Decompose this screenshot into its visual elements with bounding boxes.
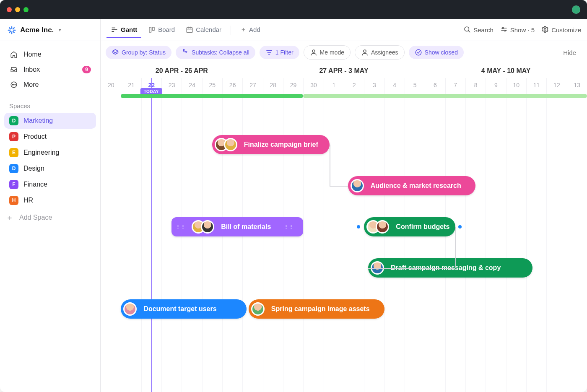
show-closed-chip[interactable]: Show closed xyxy=(409,46,464,59)
day-cell[interactable]: 29 xyxy=(283,78,303,92)
day-cell[interactable]: 25 xyxy=(202,78,222,92)
space-item-engineering[interactable]: EEngineering xyxy=(4,145,96,161)
account-avatar[interactable] xyxy=(572,5,580,14)
chip-label: 1 Filter xyxy=(275,49,294,56)
me-mode-chip[interactable]: Me mode xyxy=(304,45,351,60)
avatar[interactable] xyxy=(376,220,389,234)
avatar[interactable] xyxy=(201,220,214,234)
day-cell[interactable]: 6 xyxy=(425,78,445,92)
tab-calendar[interactable]: Calendar xyxy=(182,23,226,38)
svg-point-11 xyxy=(15,84,16,85)
svg-point-36 xyxy=(416,49,421,55)
svg-point-30 xyxy=(186,51,187,52)
day-cell[interactable]: 12 xyxy=(546,78,566,92)
separator xyxy=(231,26,231,35)
grid-column xyxy=(465,92,486,392)
grid-column xyxy=(121,92,141,392)
add-space-button[interactable]: ＋ Add Space xyxy=(0,208,100,227)
tab-gantt[interactable]: Gantt xyxy=(106,23,141,38)
day-cell[interactable]: 27 xyxy=(242,78,262,92)
avatar[interactable] xyxy=(351,179,364,192)
space-label: Marketing xyxy=(23,117,53,125)
drag-handle-icon[interactable]: ⋮⋮ xyxy=(174,224,187,230)
space-item-hr[interactable]: HHR xyxy=(4,192,96,208)
task-label: Confirm budgets xyxy=(393,223,449,231)
avatar[interactable] xyxy=(224,138,237,151)
chip-label: Assignees xyxy=(371,49,398,56)
day-cell[interactable]: 13 xyxy=(567,78,587,92)
day-cell[interactable]: 24 xyxy=(182,78,202,92)
space-item-design[interactable]: DDesign xyxy=(4,161,96,177)
layers-icon xyxy=(112,49,119,56)
nav-home[interactable]: Home xyxy=(4,47,96,62)
day-cell[interactable]: 26 xyxy=(222,78,242,92)
tab-board[interactable]: Board xyxy=(144,23,179,38)
gantt-task[interactable]: Confirm budgets xyxy=(364,217,455,236)
avatar[interactable] xyxy=(123,302,137,316)
space-item-marketing[interactable]: DMarketing xyxy=(4,113,96,129)
gantt-task[interactable]: Spring campaign image assets xyxy=(249,299,384,319)
chip-label: Group by: Status xyxy=(122,49,166,56)
minimize-window[interactable] xyxy=(15,7,20,12)
gantt-chart[interactable]: 20 APR - 26 APR27 APR - 3 MAY4 MAY - 10 … xyxy=(101,64,587,392)
dependency-line xyxy=(455,227,456,268)
nav-label: Inbox xyxy=(23,66,77,73)
day-cell[interactable]: 23 xyxy=(161,78,182,92)
task-label: Audience & market research xyxy=(368,182,461,190)
svg-point-26 xyxy=(504,30,506,31)
add-view-button[interactable]: ＋ Add xyxy=(236,22,265,38)
show-button[interactable]: Show · 5 xyxy=(500,26,535,34)
close-window[interactable] xyxy=(7,7,12,12)
day-cell[interactable]: 5 xyxy=(405,78,425,92)
day-cell[interactable]: 28 xyxy=(263,78,283,92)
avatar[interactable] xyxy=(251,302,265,316)
day-cell[interactable]: 21 xyxy=(121,78,141,92)
nav-inbox[interactable]: Inbox 9 xyxy=(4,62,96,77)
day-cell[interactable]: 10 xyxy=(506,78,526,92)
day-cell[interactable]: 30 xyxy=(303,78,323,92)
day-cell[interactable]: 3 xyxy=(364,78,384,92)
day-cell[interactable]: 9 xyxy=(486,78,506,92)
day-cell[interactable]: 11 xyxy=(526,78,546,92)
gantt-task[interactable]: ⋮⋮Bill of materials⋮⋮ xyxy=(171,217,303,236)
task-label: Spring campaign image assets xyxy=(269,305,370,313)
space-label: Design xyxy=(23,165,44,172)
svg-point-34 xyxy=(312,50,315,52)
customize-label: Customize xyxy=(551,26,581,34)
filter-chip[interactable]: 1 Filter xyxy=(260,46,299,59)
day-cell[interactable]: 4 xyxy=(384,78,405,92)
subtasks-chip[interactable]: Subtasks: Collapse all xyxy=(176,46,255,59)
gantt-task[interactable]: Finalize campaign brief xyxy=(212,135,330,154)
svg-rect-17 xyxy=(187,27,192,32)
grid-column xyxy=(486,92,506,392)
dependency-line xyxy=(368,268,455,269)
svg-line-5 xyxy=(13,31,14,32)
workspace-switcher[interactable]: Acme Inc. ▾ xyxy=(0,19,100,41)
day-cell[interactable]: 7 xyxy=(445,78,465,92)
nav-more[interactable]: More xyxy=(4,77,96,92)
space-item-product[interactable]: PProduct xyxy=(4,129,96,145)
group-by-chip[interactable]: Group by: Status xyxy=(106,46,171,59)
gantt-task[interactable]: Audience & market research xyxy=(348,176,476,195)
day-cell[interactable]: 20 xyxy=(101,78,121,92)
day-header: 202122232425262728293012345678910111213 xyxy=(101,78,587,92)
app-window: Acme Inc. ▾ Home Inbox 9 More Spaces xyxy=(0,0,587,392)
space-item-finance[interactable]: FFinance xyxy=(4,177,96,192)
gantt-task[interactable]: Document target users xyxy=(121,299,247,319)
assignees-chip[interactable]: Assignees xyxy=(355,45,405,60)
day-cell[interactable]: 8 xyxy=(465,78,486,92)
hide-button[interactable]: Hide xyxy=(563,49,582,56)
grid-column xyxy=(182,92,202,392)
customize-button[interactable]: Customize xyxy=(541,26,581,34)
grid-column xyxy=(364,92,384,392)
space-label: Engineering xyxy=(23,149,59,156)
day-cell[interactable]: 1 xyxy=(324,78,344,92)
view-tabs: GanttBoardCalendar ＋ Add Search Show · 5 xyxy=(101,19,587,41)
drag-handle-icon[interactable]: ⋮⋮ xyxy=(282,224,296,230)
search-button[interactable]: Search xyxy=(463,26,493,34)
user-icon xyxy=(361,49,369,56)
chip-label: Subtasks: Collapse all xyxy=(192,49,249,56)
maximize-window[interactable] xyxy=(23,7,29,12)
day-cell[interactable]: 2 xyxy=(344,78,364,92)
chevron-down-icon: ▾ xyxy=(59,27,61,33)
